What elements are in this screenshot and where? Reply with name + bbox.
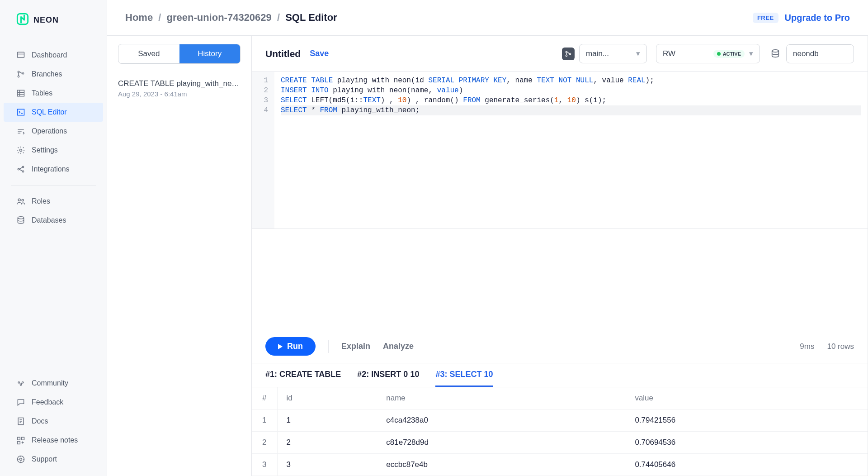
sidebar-item-sql-editor[interactable]: SQL Editor	[4, 103, 103, 122]
history-item-title: CREATE TABLE playing_with_neon...	[118, 79, 241, 88]
svg-rect-20	[18, 442, 20, 444]
nav-separator	[11, 185, 96, 186]
sidebar-item-label: Release notes	[32, 436, 78, 444]
chevron-down-icon: ▾	[749, 49, 753, 58]
upgrade-link[interactable]: Upgrade to Pro	[785, 13, 850, 23]
breadcrumb-current: SQL Editor	[285, 12, 337, 23]
svg-rect-18	[18, 437, 20, 440]
sidebar-item-label: Docs	[32, 417, 48, 425]
database-select[interactable]: neondb	[786, 44, 854, 63]
mode-select[interactable]: RW ACTIVE ▾	[656, 44, 760, 63]
history-panel: Saved History CREATE TABLE playing_with_…	[107, 36, 252, 476]
svg-point-9	[22, 166, 24, 167]
sidebar-item-branches[interactable]: Branches	[0, 65, 107, 84]
sidebar-item-databases[interactable]: Databases	[0, 211, 107, 230]
result-tab[interactable]: #3: SELECT 10	[435, 370, 493, 387]
sidebar-item-label: Roles	[32, 197, 50, 205]
status-badge: ACTIVE	[713, 50, 745, 58]
column-header: id	[277, 387, 377, 409]
database-icon	[769, 48, 782, 60]
code-editor[interactable]: 1234 CREATE TABLE playing_with_neon(id S…	[252, 72, 868, 229]
svg-point-26	[772, 49, 779, 52]
sidebar-item-docs[interactable]: Docs	[0, 412, 107, 431]
sidebar-item-label: Feedback	[32, 398, 63, 406]
result-table: #idnamevalue11c4ca4238a00.7942155622c81e…	[252, 387, 868, 476]
dashboard-icon	[16, 51, 25, 60]
roles-icon	[16, 197, 25, 206]
sidebar-item-label: SQL Editor	[32, 108, 67, 116]
breadcrumb-project[interactable]: green-union-74320629	[167, 12, 272, 23]
table-icon	[16, 89, 25, 98]
code-content[interactable]: CREATE TABLE playing_with_neon(id SERIAL…	[274, 72, 868, 228]
column-header: name	[377, 387, 626, 409]
sidebar-item-label: Dashboard	[32, 51, 67, 59]
breadcrumb-home[interactable]: Home	[125, 12, 153, 23]
branch-icon	[16, 70, 25, 79]
sql-icon	[16, 108, 25, 117]
gear-icon	[16, 146, 25, 155]
logo-icon	[16, 13, 29, 28]
svg-point-12	[22, 199, 24, 201]
sidebar-item-label: Settings	[32, 146, 58, 154]
database-icon	[16, 216, 25, 225]
run-toolbar: Run Explain Analyze 9ms 10 rows	[252, 330, 868, 363]
table-row[interactable]: 22c81e728d9d0.70694536	[252, 432, 868, 454]
save-button[interactable]: Save	[310, 49, 329, 58]
logo[interactable]: NEON	[0, 13, 107, 46]
branch-select[interactable]: main... ▾	[579, 44, 647, 63]
sidebar-item-settings[interactable]: Settings	[0, 141, 107, 160]
sidebar-item-roles[interactable]: Roles	[0, 192, 107, 211]
operations-icon	[16, 127, 25, 136]
sidebar-item-label: Community	[32, 379, 68, 387]
svg-rect-5	[18, 90, 24, 96]
history-item-time: Aug 29, 2023 - 6:41am	[118, 90, 241, 98]
nav-main: DashboardBranchesTablesSQL EditorOperati…	[0, 46, 107, 179]
editor-toolbar: Untitled Save main... ▾ RW ACTIVE ▾	[252, 36, 868, 72]
sidebar-item-label: Integrations	[32, 165, 70, 173]
svg-rect-1	[18, 52, 24, 57]
logo-text: NEON	[33, 15, 59, 25]
analyze-button[interactable]: Analyze	[383, 342, 414, 351]
history-tabs: Saved History	[118, 44, 241, 64]
svg-rect-19	[22, 437, 24, 440]
column-header: #	[252, 387, 277, 409]
support-icon	[16, 455, 25, 464]
sidebar-item-release-notes[interactable]: Release notes	[0, 431, 107, 450]
sidebar-item-community[interactable]: Community	[0, 374, 107, 393]
feedback-icon	[16, 398, 25, 407]
sidebar-item-label: Tables	[32, 89, 52, 97]
svg-point-15	[22, 382, 24, 383]
svg-point-4	[22, 73, 24, 74]
sidebar: NEON DashboardBranchesTablesSQL EditorOp…	[0, 0, 107, 476]
topbar: Home / green-union-74320629 / SQL Editor…	[107, 0, 868, 36]
svg-point-10	[22, 171, 24, 172]
branch-icon	[562, 48, 575, 60]
svg-point-2	[18, 71, 19, 72]
svg-point-3	[18, 76, 19, 77]
sidebar-item-support[interactable]: Support	[0, 450, 107, 469]
svg-point-23	[566, 51, 567, 52]
tab-saved[interactable]: Saved	[118, 44, 179, 63]
sidebar-item-feedback[interactable]: Feedback	[0, 393, 107, 412]
run-button[interactable]: Run	[265, 337, 316, 356]
explain-button[interactable]: Explain	[341, 342, 370, 351]
result-tab[interactable]: #2: INSERT 0 10	[357, 370, 419, 387]
sidebar-item-label: Support	[32, 455, 57, 463]
table-row[interactable]: 11c4ca4238a00.79421556	[252, 409, 868, 432]
docs-icon	[16, 417, 25, 426]
sidebar-item-label: Databases	[32, 216, 66, 224]
sidebar-item-integrations[interactable]: Integrations	[0, 160, 107, 179]
tab-history[interactable]: History	[179, 44, 241, 63]
sidebar-item-dashboard[interactable]: Dashboard	[0, 46, 107, 65]
breadcrumb: Home / green-union-74320629 / SQL Editor	[125, 12, 337, 24]
query-time: 9ms	[800, 342, 814, 351]
result-tab[interactable]: #1: CREATE TABLE	[265, 370, 341, 387]
svg-point-8	[18, 168, 19, 170]
history-item[interactable]: CREATE TABLE playing_with_neon...Aug 29,…	[107, 72, 251, 107]
svg-point-16	[20, 384, 21, 386]
sidebar-item-operations[interactable]: Operations	[0, 122, 107, 141]
column-header: value	[626, 387, 868, 409]
table-row[interactable]: 33eccbc87e4b0.74405646	[252, 454, 868, 476]
sidebar-item-tables[interactable]: Tables	[0, 84, 107, 103]
svg-point-11	[18, 199, 20, 201]
